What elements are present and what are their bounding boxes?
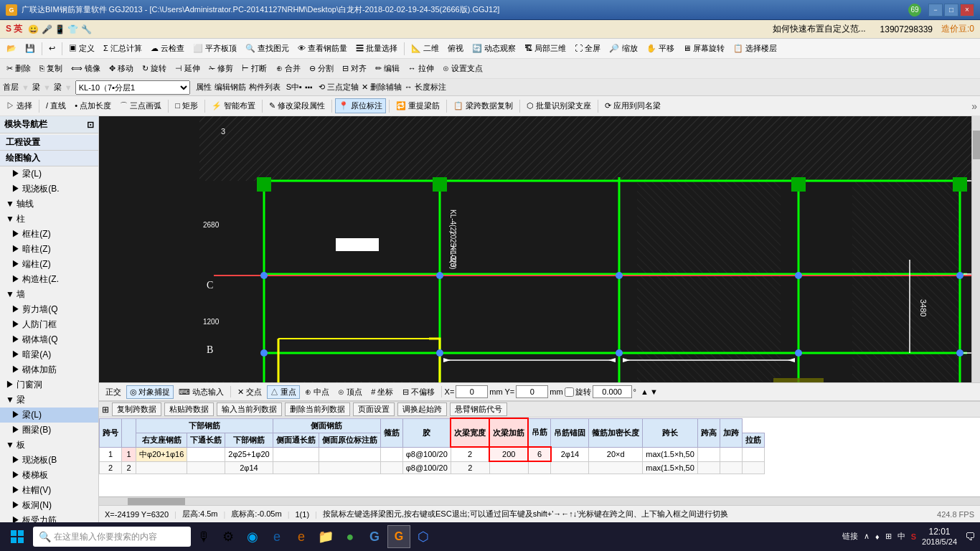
sidebar-item-ring-beam[interactable]: ▶ 圈梁(B)	[0, 423, 98, 438]
part-list-btn[interactable]: 构件列表	[249, 82, 281, 93]
td-stirrup-2[interactable]: φ8@100/20	[402, 461, 451, 474]
td-sec-beam-add-2[interactable]	[528, 461, 551, 474]
sidebar-item-axis[interactable]: ▼ 轴线	[0, 197, 98, 212]
sidebar-item-civil-def[interactable]: ▶ 人防门框	[0, 317, 98, 332]
td-lower-bar-1[interactable]: 2φ25+1φ20	[225, 447, 273, 461]
split-btn[interactable]: ⊖ 分割	[306, 61, 337, 76]
taskbar-app-g[interactable]: G	[363, 525, 386, 548]
td-tie-1[interactable]	[380, 447, 402, 461]
page-setup-btn[interactable]: 页面设置	[353, 402, 395, 416]
re-extract-btn[interactable]: 🔁 重提梁筋	[392, 98, 443, 113]
sidebar-item-shear-wall[interactable]: ▶ 剪力墙(Q	[0, 302, 98, 317]
calc-btn[interactable]: Σ 汇总计算	[100, 41, 146, 56]
2d-btn[interactable]: 📐 二维	[407, 41, 443, 56]
rotate-spin-up[interactable]: ▲	[641, 387, 649, 396]
quick-layout-link[interactable]: 如何快速布置自定义范...	[773, 23, 866, 35]
open-btn[interactable]: 📂	[3, 42, 20, 55]
td-sec-beam-add-1[interactable]: 6	[528, 447, 551, 461]
td-seq-2[interactable]: 2	[100, 461, 122, 474]
clock[interactable]: 12:01 2018/5/24	[922, 527, 957, 547]
taskbar-app-2[interactable]: ⚙	[217, 525, 240, 548]
td-side-through-2[interactable]	[273, 461, 319, 474]
td-stirrup-dense-2[interactable]: max(1.5×h,50	[643, 461, 698, 474]
screen-rotate-btn[interactable]: 🖥 屏幕旋转	[679, 41, 728, 56]
sidebar-item-hidden-beam[interactable]: ▶ 暗梁(A)	[0, 347, 98, 362]
td-side-note-2[interactable]	[319, 461, 380, 474]
sidebar-item-frame-col[interactable]: ▶ 框柱(Z)	[0, 227, 98, 242]
sidebar-item-slab-hole[interactable]: ▶ 板洞(N)	[0, 498, 98, 513]
vertex-btn[interactable]: ⊙ 顶点	[334, 385, 366, 399]
cantilever-code-btn[interactable]: 悬臂钢筋代号	[450, 402, 507, 416]
sidebar-item-block-wall[interactable]: ▶ 砌体墙(Q	[0, 332, 98, 347]
taskbar-app-ie2[interactable]: e	[290, 525, 313, 548]
taskbar-app-1[interactable]: 🎙	[192, 525, 215, 548]
taskbar-app-ie[interactable]: e	[265, 525, 288, 548]
copy-btn[interactable]: ⎘ 复制	[36, 61, 66, 76]
ortho-btn[interactable]: 正交	[102, 385, 125, 399]
level-plate-btn[interactable]: ⬜ 平齐板顶	[189, 41, 240, 56]
maximize-button[interactable]: □	[944, 4, 958, 17]
y-input[interactable]	[516, 385, 548, 398]
dynamic-view-btn[interactable]: 🔄 动态观察	[468, 41, 519, 56]
three-axis-btn[interactable]: ⟲ 三点定轴	[319, 82, 359, 93]
taskbar-app-green[interactable]: ●	[339, 525, 362, 548]
midpoint-btn[interactable]: △ 重点	[267, 385, 300, 399]
sidebar-item-end-col[interactable]: ▶ 端柱(Z)	[0, 257, 98, 272]
td-span-h-2[interactable]	[720, 461, 742, 474]
cad-tools-btn[interactable]: S中▪	[286, 82, 302, 93]
rotate-input[interactable]	[593, 385, 632, 398]
td-glue-1[interactable]: 2	[451, 447, 489, 461]
sidebar-item-masonry-rebar[interactable]: ▶ 砌体加筋	[0, 362, 98, 377]
rotate-spin-down[interactable]: ▼	[650, 387, 658, 396]
define-btn[interactable]: ▣ 定义	[65, 41, 98, 56]
sidebar-item-beam-group[interactable]: ▼ 梁	[0, 392, 98, 408]
h-scroll-thumb[interactable]	[128, 498, 185, 505]
td-add-span-2[interactable]	[742, 461, 764, 474]
del-axis-btn[interactable]: ✕ 删除辅轴	[362, 82, 402, 93]
del-col-btn[interactable]: 删除当前列数据	[285, 402, 350, 416]
length-mark-btn[interactable]: ↔ 长度标注	[405, 82, 446, 93]
td-right-seat-2[interactable]	[136, 461, 187, 474]
cad-canvas-area[interactable]: C B 3	[99, 116, 980, 382]
start-button[interactable]	[3, 525, 32, 548]
td-lower-bar-2[interactable]: 2φ14	[225, 461, 273, 474]
move-btn[interactable]: ✥ 移动	[105, 61, 137, 76]
td-hanger-anchor-1[interactable]: 20×d	[589, 447, 643, 461]
td-stirrup-dense-1[interactable]: max(1.5×h,50	[643, 447, 698, 461]
line-btn[interactable]: / 直线	[42, 98, 70, 113]
rotate-checkbox[interactable]	[565, 387, 574, 397]
object-snap-btn[interactable]: ◎ 对象捕捉	[126, 385, 174, 399]
batch-select-btn[interactable]: ☰ 批量选择	[352, 41, 401, 56]
td-sec-beam-w-1[interactable]: 200	[489, 447, 528, 461]
td-span-len-1[interactable]	[697, 447, 720, 461]
align-btn[interactable]: ⊟ 对齐	[339, 61, 370, 76]
apply-same-btn[interactable]: ⟳ 应用到同名梁	[601, 98, 664, 113]
taskbar-app-edge[interactable]: ◉	[241, 525, 264, 548]
td-hanger-anchor-2[interactable]	[589, 461, 643, 474]
three-arc-btn[interactable]: ⌒ 三点画弧	[116, 98, 165, 113]
no-offset-btn[interactable]: ⊟ 不偏移	[399, 385, 438, 399]
v-scroll-thumb[interactable]	[973, 131, 980, 159]
sidebar-item-wall[interactable]: ▼ 墙	[0, 287, 98, 302]
property-btn[interactable]: 属性	[196, 82, 212, 93]
mirror-btn[interactable]: ⟺ 镜像	[67, 61, 104, 76]
copy-span-btn[interactable]: 📋 梁跨数据复制	[450, 98, 517, 113]
coord-btn[interactable]: # 坐标	[367, 385, 397, 399]
select-btn[interactable]: ▷ 选择	[3, 98, 36, 113]
sidebar-item-col[interactable]: ▼ 柱	[0, 212, 98, 227]
sidebar-item-floor-slab[interactable]: ▶ 现浇板(B.	[0, 182, 98, 197]
pan-btn[interactable]: ✋ 平移	[643, 41, 678, 56]
minimize-button[interactable]: －	[928, 4, 943, 17]
local-3d-btn[interactable]: 🏗 局部三维	[521, 41, 570, 56]
merge-btn[interactable]: ⊕ 合并	[273, 61, 304, 76]
smart-layout-btn[interactable]: ⚡ 智能布置	[208, 98, 259, 113]
view-steel-btn[interactable]: 👁 查看钢筋量	[294, 41, 351, 56]
sidebar-item-stair[interactable]: ▶ 楼梯板	[0, 468, 98, 483]
extend-btn[interactable]: ⊣ 延伸	[171, 61, 204, 76]
sidebar-item-col-cap[interactable]: ▶ 柱帽(V)	[0, 483, 98, 498]
more-tools-btn[interactable]: ▪▪▪	[305, 83, 313, 91]
intersect-btn[interactable]: ✕ 交点	[234, 385, 265, 399]
stretch-btn[interactable]: ↔ 拉伸	[405, 61, 438, 76]
td-lower-through-2[interactable]	[187, 461, 225, 474]
tray-lang[interactable]: 中	[897, 531, 905, 542]
